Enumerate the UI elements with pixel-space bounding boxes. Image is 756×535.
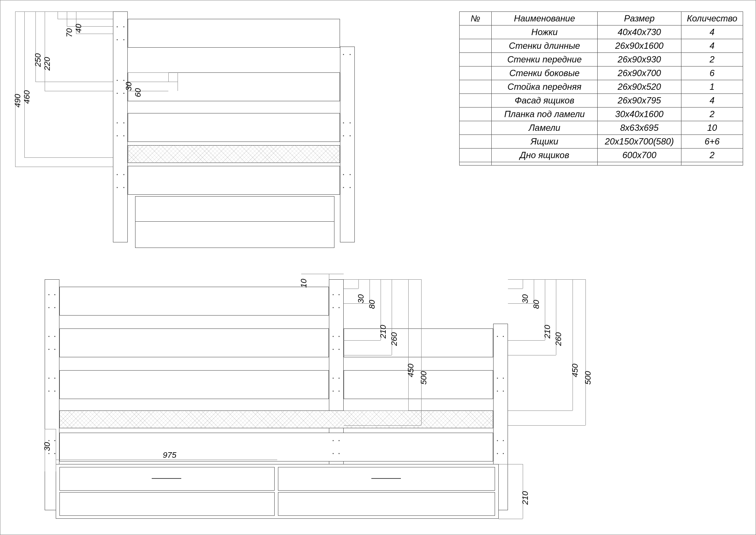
bolt-dot	[343, 122, 344, 123]
dim-490: 490	[13, 94, 23, 108]
ext	[408, 279, 409, 410]
cell-name: Ящики	[492, 135, 598, 149]
dim-40: 40	[74, 24, 83, 33]
cell-num	[460, 149, 492, 162]
dim-210c: 210	[520, 491, 530, 505]
bolt-dot	[333, 378, 334, 379]
bolt-dot	[333, 453, 334, 454]
ext	[508, 289, 523, 289]
th-size: Размер	[598, 12, 681, 25]
bolt-dot	[503, 391, 504, 392]
front-back-slat-2	[59, 328, 329, 357]
bolt-dot	[339, 307, 340, 308]
ext	[329, 274, 329, 279]
bolt-dot	[54, 453, 55, 454]
cell-size	[598, 162, 681, 166]
cell-num	[460, 25, 492, 39]
dim-30: 30	[124, 82, 134, 91]
bolt-dot	[123, 187, 124, 188]
cell-qty: 6	[681, 67, 743, 80]
ext	[45, 91, 113, 91]
bolt-dot	[54, 307, 55, 308]
ext	[344, 355, 392, 355]
bolt-dot	[333, 336, 334, 337]
cell-qty: 4	[681, 39, 743, 53]
cell-size: 600х700	[598, 149, 681, 162]
bolt-dot	[54, 440, 55, 441]
dim-250: 250	[33, 53, 43, 67]
dim-70: 70	[65, 28, 74, 37]
bolt-dot	[339, 453, 340, 454]
ext	[508, 425, 585, 426]
dim-210a: 210	[378, 325, 388, 338]
bolt-dot	[333, 391, 334, 392]
front-short-slat-1	[344, 328, 493, 357]
cell-size: 20х150х700(580)	[598, 135, 681, 149]
dim-450a: 450	[406, 364, 416, 377]
bolt-dot	[343, 174, 344, 175]
dim-60: 60	[133, 88, 143, 97]
bolt-dot	[339, 349, 340, 350]
bolt-dot	[333, 349, 334, 350]
ext	[76, 34, 113, 34]
dim-260b: 260	[554, 332, 563, 346]
ext	[58, 19, 113, 19]
front-lower-slat	[59, 433, 493, 461]
drawer-handle-1	[152, 478, 181, 479]
cell-size: 26х90х930	[598, 53, 681, 67]
ext	[178, 72, 178, 91]
side-slat-2	[128, 72, 340, 101]
cell-name: Фасад ящиков	[492, 94, 598, 108]
ext	[128, 72, 168, 73]
table-row: Планка под ламели30х40х16002	[460, 108, 743, 121]
dim-30a: 30	[356, 294, 366, 303]
bolt-dot	[339, 294, 340, 295]
ext	[45, 429, 56, 429]
table-row: Ножки40х40х7304	[460, 25, 743, 39]
cell-num	[460, 53, 492, 67]
bolt-dot	[123, 26, 124, 27]
bolt-dot	[48, 453, 49, 454]
front-hatch-rail	[59, 410, 493, 428]
bolt-dot	[48, 440, 49, 441]
bolt-dot	[497, 336, 498, 337]
table-row: Ламели8х63х69510	[460, 121, 743, 135]
dim-450b: 450	[570, 364, 580, 377]
ext	[15, 11, 113, 12]
dim-975: 975	[163, 450, 176, 460]
ext	[508, 355, 556, 355]
table-row: Стенки боковые26х90х7006	[460, 67, 743, 80]
cell-size: 26х90х700	[598, 67, 681, 80]
bolt-dot	[123, 39, 124, 40]
bolt-dot	[48, 294, 49, 295]
dim-210b: 210	[543, 325, 552, 338]
ext	[344, 279, 421, 280]
ext	[508, 410, 573, 411]
ext	[344, 410, 408, 411]
drawer-handle-2	[371, 478, 401, 479]
th-name: Наименование	[492, 12, 598, 25]
cell-num	[460, 80, 492, 94]
dim-80b: 80	[532, 300, 541, 309]
cell-qty: 4	[681, 94, 743, 108]
bolt-dot	[117, 135, 118, 136]
table-row: Стойка передняя26х90х5201	[460, 80, 743, 94]
ext	[168, 72, 169, 82]
cell-qty: 1	[681, 80, 743, 94]
ext	[508, 279, 585, 280]
bolt-dot	[48, 391, 49, 392]
cell-qty	[681, 162, 743, 166]
ext	[344, 303, 370, 304]
bolt-dot	[497, 440, 498, 441]
ext	[585, 279, 586, 425]
ext	[499, 519, 523, 519]
cell-size: 30х40х1600	[598, 108, 681, 121]
bolt-dot	[503, 453, 504, 454]
side-leg-front	[340, 47, 355, 242]
bolt-dot	[503, 440, 504, 441]
ext	[523, 279, 523, 289]
cell-size: 26х90х795	[598, 94, 681, 108]
bolt-dot	[503, 336, 504, 337]
side-drawer-split	[135, 221, 334, 222]
ext	[573, 279, 573, 410]
